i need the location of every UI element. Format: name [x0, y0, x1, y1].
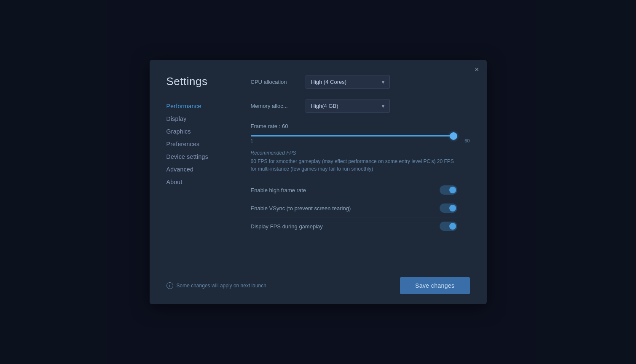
cpu-dropdown-wrapper: High (4 Cores) Medium (2 Cores) Low (1 C… — [306, 75, 390, 89]
sidebar-item-device-settings[interactable]: Device settings — [166, 150, 234, 163]
display-fps-row: Display FPS during gameplay — [251, 217, 457, 235]
vsync-toggle[interactable] — [440, 203, 457, 213]
sidebar-item-graphics[interactable]: Graphics — [166, 125, 234, 138]
cpu-allocation-select[interactable]: High (4 Cores) Medium (2 Cores) Low (1 C… — [306, 75, 390, 89]
high-frame-rate-label: Enable high frame rate — [251, 187, 306, 193]
sidebar-item-preferences[interactable]: Preferences — [166, 138, 234, 150]
toggles-section: Enable high frame rate Enable VSync (to … — [251, 181, 457, 235]
vsync-row: Enable VSync (to prevent screen tearing) — [251, 199, 457, 217]
page-title: Settings — [166, 75, 234, 88]
recommended-fps-title: Recommended FPS — [251, 150, 470, 156]
cpu-allocation-row: CPU allocation High (4 Cores) Medium (2 … — [251, 75, 470, 89]
recommended-fps-text: 60 FPS for smoother gameplay (may effect… — [251, 158, 457, 173]
vsync-label: Enable VSync (to prevent screen tearing) — [251, 205, 351, 211]
high-frame-rate-row: Enable high frame rate — [251, 181, 457, 199]
framerate-slider[interactable] — [251, 135, 457, 136]
modal-overlay: × Settings Performance Display Graphics … — [0, 0, 636, 364]
modal-footer: i Some changes will apply on next launch… — [150, 269, 487, 304]
high-frame-rate-toggle[interactable] — [440, 185, 457, 195]
performance-panel: CPU allocation High (4 Cores) Medium (2 … — [234, 75, 470, 269]
recommended-fps-section: Recommended FPS 60 FPS for smoother game… — [251, 150, 470, 173]
display-fps-toggle[interactable] — [440, 222, 457, 231]
close-button[interactable]: × — [475, 66, 479, 73]
settings-modal: × Settings Performance Display Graphics … — [150, 60, 487, 304]
memory-allocation-row: Memory alloc... High(4 GB) Medium(2 GB) … — [251, 99, 470, 113]
high-frame-rate-slider — [440, 185, 457, 195]
framerate-section: Frame rate : 60 1 60 — [251, 123, 470, 143]
info-icon: i — [166, 282, 173, 289]
sidebar-item-performance[interactable]: Performance — [166, 100, 234, 112]
display-fps-slider — [440, 222, 457, 231]
footer-note-text: Some changes will apply on next launch — [177, 283, 266, 289]
display-fps-label: Display FPS during gameplay — [251, 223, 323, 230]
sidebar-item-advanced[interactable]: Advanced — [166, 163, 234, 176]
slider-min-label: 1 — [251, 138, 253, 143]
save-changes-button[interactable]: Save changes — [400, 277, 470, 294]
sidebar-item-about[interactable]: About — [166, 176, 234, 188]
memory-dropdown-wrapper: High(4 GB) Medium(2 GB) Low(1 GB) ▼ — [306, 99, 390, 113]
framerate-label: Frame rate : 60 — [251, 123, 470, 129]
sidebar-item-display[interactable]: Display — [166, 112, 234, 125]
memory-allocation-select[interactable]: High(4 GB) Medium(2 GB) Low(1 GB) — [306, 99, 390, 113]
sidebar: Settings Performance Display Graphics Pr… — [166, 75, 234, 269]
memory-allocation-label: Memory alloc... — [251, 103, 306, 109]
modal-body: Settings Performance Display Graphics Pr… — [150, 60, 487, 269]
cpu-allocation-label: CPU allocation — [251, 79, 306, 85]
footer-note: i Some changes will apply on next launch — [166, 282, 266, 289]
vsync-slider — [440, 203, 457, 213]
slider-max-label: 60 — [464, 138, 470, 143]
